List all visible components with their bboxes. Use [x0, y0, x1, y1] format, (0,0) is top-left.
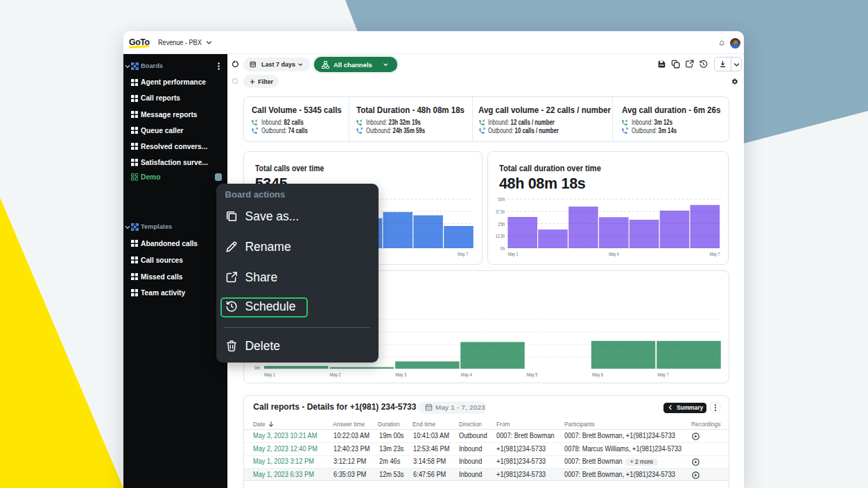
svg-text:May 2: May 2 — [330, 372, 341, 378]
svg-text:0h: 0h — [501, 245, 505, 252]
svg-text:25h: 25h — [498, 221, 505, 227]
svg-text:12.5h: 12.5h — [496, 233, 505, 239]
svg-text:0m: 0m — [254, 365, 260, 371]
svg-text:May 7: May 7 — [458, 251, 468, 257]
svg-text:37.5h: 37.5h — [496, 209, 505, 215]
svg-text:May 1: May 1 — [508, 251, 519, 257]
svg-text:May 4: May 4 — [461, 372, 472, 378]
svg-text:50h: 50h — [498, 196, 505, 202]
svg-text:May 5: May 5 — [526, 372, 537, 378]
svg-text:May 4: May 4 — [609, 251, 619, 257]
svg-text:May 7: May 7 — [710, 251, 720, 257]
svg-text:May 3: May 3 — [395, 372, 406, 378]
svg-text:May 1: May 1 — [264, 372, 275, 378]
svg-text:May 6: May 6 — [592, 372, 603, 378]
svg-text:May 7: May 7 — [658, 372, 669, 378]
